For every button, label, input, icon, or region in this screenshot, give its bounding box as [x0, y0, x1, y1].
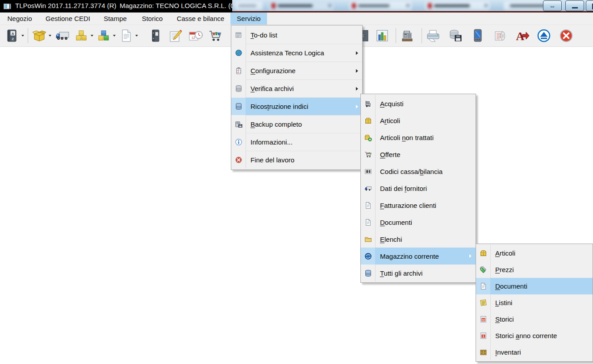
- barcode-icon: [364, 168, 372, 175]
- menu-item-configurazione[interactable]: Configurazione: [231, 62, 362, 79]
- calendar-clock-icon: [188, 29, 203, 43]
- menubar-item-stampe[interactable]: Stampe: [96, 12, 134, 25]
- eject-icon: [537, 29, 551, 43]
- access-export-icon: [515, 29, 530, 43]
- submenu-arrow-icon: [356, 87, 358, 91]
- dropdown-arrow-icon[interactable]: [21, 35, 24, 37]
- cash-register-icon: [400, 29, 414, 43]
- az-directory-button[interactable]: [4, 28, 20, 44]
- menu-item-offerte[interactable]: Offerte: [361, 146, 476, 163]
- todo-list-icon: [235, 31, 242, 39]
- menu-item-articoli[interactable]: Articoli: [361, 112, 476, 129]
- resize-window-button[interactable]: ⇔: [543, 0, 562, 11]
- menu-item-fatturazione-clienti[interactable]: Fatturazione clienti: [361, 197, 476, 214]
- dropdown-arrow-icon[interactable]: [91, 35, 93, 37]
- price-tags-icon: [480, 266, 487, 273]
- submenu-arrow-icon: [356, 51, 358, 55]
- open-box-button[interactable]: [31, 28, 47, 44]
- document-icon: [364, 202, 372, 209]
- menu-item-documenti[interactable]: Documenti: [476, 278, 593, 294]
- menu-item-dati-dei-fornitori[interactable]: Dati dei fornitori: [361, 180, 476, 197]
- pda-button[interactable]: [470, 28, 486, 44]
- menu-item-codici-cassa-bilancia[interactable]: Codici cassa/bilancia: [361, 163, 476, 180]
- menu-item-prezzi[interactable]: Prezzi: [476, 261, 593, 278]
- menu-item-documenti[interactable]: Documenti: [361, 214, 476, 231]
- dropdown-arrow-icon[interactable]: [49, 35, 51, 37]
- dropdown-arrow-icon[interactable]: [135, 35, 138, 37]
- notepad-icon: [480, 299, 487, 306]
- tlposwin-app-icon: [4, 3, 11, 10]
- menu-item-magazzino-corrente[interactable]: Magazzino corrente: [361, 248, 476, 265]
- folder-icon: [364, 236, 372, 243]
- menu-item-inventari[interactable]: Inventari: [476, 344, 593, 360]
- menubar-item-gestione-cedi[interactable]: Gestione CEDI: [39, 12, 96, 25]
- menu-item-ricostruzione-indici[interactable]: Ricostruzione indici: [231, 98, 362, 115]
- globe-icon: [235, 49, 242, 57]
- cash-register-button[interactable]: [399, 28, 415, 44]
- blurred-browser-tabs: ⇔: [232, 0, 593, 12]
- backup-icon: [235, 120, 242, 128]
- truck-icon: [55, 29, 70, 43]
- receipt-roll-button[interactable]: [492, 28, 508, 44]
- menu-item-verifica-archivi[interactable]: Verifica archivi: [231, 80, 362, 97]
- binder-icon: [148, 29, 163, 43]
- menu-item-storici-anno-corrente[interactable]: Storici anno corrente: [476, 327, 593, 344]
- menu-item-tutti-gli-archivi[interactable]: Tutti gli archivi: [361, 265, 476, 281]
- blurred-tab: [349, 1, 412, 10]
- notepad-pencil-button[interactable]: [167, 28, 183, 44]
- menu-item-to-do-list[interactable]: To-do list: [231, 26, 362, 44]
- info-icon: [235, 138, 242, 146]
- document-button[interactable]: [118, 28, 134, 44]
- shopping-cart-button[interactable]: [207, 28, 223, 44]
- calendar-history-icon: [480, 315, 487, 323]
- binder-button[interactable]: [147, 28, 163, 44]
- color-cubes-icon: [96, 29, 111, 43]
- window-title: TLPosWin 2017.11.2717.3774 (R): [15, 2, 117, 9]
- receipt-roll-icon: [493, 29, 507, 43]
- print-button[interactable]: [425, 28, 441, 44]
- inventory-icon: [480, 348, 487, 356]
- blurred-tab: [425, 1, 490, 10]
- dropdown-arrow-icon[interactable]: [113, 35, 116, 37]
- statistics-chart-button[interactable]: [374, 28, 390, 44]
- color-cubes-button[interactable]: [96, 28, 112, 44]
- blurred-tab: [235, 1, 263, 10]
- menubar-item-casse-e-bilance[interactable]: Casse e bilance: [171, 12, 230, 25]
- menu-item-backup-completo[interactable]: Backup completo: [231, 116, 362, 133]
- menubar-item-storico[interactable]: Storico: [134, 12, 171, 25]
- menu-item-fine-del-lavoro[interactable]: Fine del lavoro: [231, 151, 362, 169]
- notepad-pencil-icon: [168, 29, 182, 43]
- yellow-cubes-icon: [74, 29, 88, 43]
- menu-item-informazioni[interactable]: Informazioni...: [231, 133, 362, 151]
- box-plus-icon: [364, 134, 372, 141]
- document-icon: [364, 219, 372, 226]
- menu-item-assistenza-tecno-logica[interactable]: Assistenza Tecno Logica: [231, 44, 362, 62]
- open-box-icon: [32, 29, 46, 43]
- minimize-icon: [572, 7, 578, 8]
- access-export-button[interactable]: [514, 28, 530, 44]
- submenu-arrow-icon: [356, 69, 358, 73]
- menubar-item-servizio[interactable]: Servizio: [230, 12, 267, 25]
- box-icon: [364, 117, 372, 124]
- menu-item-listini[interactable]: Listini: [476, 294, 593, 311]
- menu-item-articoli[interactable]: Articoli: [476, 245, 593, 261]
- printer-icon: [426, 29, 440, 43]
- minimize-window-button[interactable]: [565, 0, 584, 11]
- calendar-clock-button[interactable]: [188, 28, 204, 44]
- blurred-tab: [269, 1, 334, 10]
- yellow-cubes-button[interactable]: [73, 28, 89, 44]
- menubar-item-negozio[interactable]: Negozio: [0, 12, 39, 25]
- database-blue-icon: [364, 269, 372, 277]
- menu-item-articoli-non-trattati[interactable]: Articoli non trattati: [361, 129, 476, 146]
- forklift-icon: [364, 100, 372, 108]
- database-save-button[interactable]: [447, 28, 464, 44]
- menu-item-elenchi[interactable]: Elenchi: [361, 231, 476, 248]
- az-directory-icon: [4, 29, 19, 43]
- exit-button[interactable]: [558, 28, 574, 44]
- eject-button[interactable]: [536, 28, 552, 44]
- menu-item-storici[interactable]: Storici: [476, 311, 593, 327]
- maximize-window-button[interactable]: [586, 0, 593, 11]
- submenu-arrow-icon: [356, 105, 358, 108]
- truck-button[interactable]: [54, 28, 71, 44]
- menu-item-acquisti[interactable]: Acquisti: [361, 95, 476, 112]
